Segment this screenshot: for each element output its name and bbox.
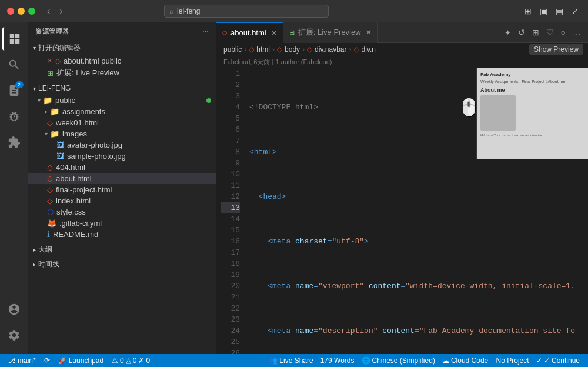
tab-close-icon[interactable]: ✕ [271,29,277,36]
breadcrumb-toggle[interactable]: ♡ [544,26,556,38]
tree-images[interactable]: ▾ 📁 images [28,128,216,139]
more-actions-icon[interactable]: ⊞ [530,26,542,38]
breadcrumb-divn[interactable]: div.n [362,45,376,54]
activity-explorer[interactable] [2,27,26,51]
activity-bar: 2 [0,22,28,354]
tab-live-preview[interactable]: ⊞ 扩展: Live Preview ✕ [283,22,378,43]
tab-about-html[interactable]: ◇ about.html ✕ [216,22,283,43]
tree-assignments[interactable]: ▸ 📁 assignments [28,106,216,117]
status-errors[interactable]: ⚠ 0 △ 0 ✗ 0 [108,354,153,367]
readme-icon: ℹ [47,230,50,239]
tree-avatar[interactable]: 🖼 avatar-photo.jpg [28,139,216,151]
author-text: Fabcloud, 6天前 | 1 author (Fabcloud) [223,58,332,65]
images-folder-icon: 📁 [50,129,59,138]
breadcrumb-navbar[interactable]: div.navbar [315,45,346,54]
panel-toggle[interactable]: ▤ [553,5,566,17]
maximize-button[interactable] [28,8,35,15]
tree-public[interactable]: ▾ 📁 public [28,95,216,106]
tree-about[interactable]: ◇ about.html [28,173,216,184]
tree-sample[interactable]: 🖼 sample-photo.jpg [28,151,216,162]
layout-icon[interactable]: ⊞ [522,5,534,17]
triangle-icon: △ [126,356,131,365]
show-preview-button[interactable]: Show Preview [529,44,583,55]
open-editors-title[interactable]: ▾ 打开的编辑器 [28,41,216,55]
outline-section[interactable]: ▸ 大纲 [28,242,216,257]
search-input[interactable]: lei-feng [177,7,323,15]
breadcrumb-public[interactable]: public [223,45,242,54]
lint-label: 0 [146,356,150,365]
activity-search[interactable] [2,53,26,76]
about-icon: ◇ [47,174,53,183]
activity-settings[interactable] [2,323,26,347]
tree-index[interactable]: ◇ index.html [28,195,216,206]
open-editors-section: ▾ 打开的编辑器 ✕ ◇ about.html public ⊞ 扩展: Liv… [28,41,216,79]
forward-button[interactable]: › [57,5,65,18]
gitlab-icon: 🦊 [47,219,56,228]
editor-more[interactable]: … [570,26,583,38]
status-launchpad[interactable]: 🚀 Launchpad [55,354,107,367]
author-info: Fabcloud, 6天前 | 1 author (Fabcloud) [216,56,588,68]
code-editor[interactable]: 12345 678910 1112131415 1617181920 21222… [216,68,588,354]
breadcrumb-body[interactable]: body [285,45,300,54]
status-branch[interactable]: ⎇ main* [5,354,39,367]
tab-preview-close-icon[interactable]: ✕ [366,29,372,36]
back-button[interactable]: ‹ [45,5,52,18]
chevron-icon: ▾ [33,85,36,92]
cloud-code-label: Cloud Code – No Project [451,356,529,365]
index-label: index.html [56,196,91,205]
open-editors-label: 打开的编辑器 [38,43,81,53]
view-options[interactable]: ○ [559,26,568,38]
status-language[interactable]: 🌐 Chinese (Simplified) [358,354,439,367]
project-title[interactable]: ▾ LEI-FENG [28,82,216,95]
split-editor-icon[interactable]: ✦ [502,27,513,38]
close-icon[interactable]: ✕ [47,57,52,65]
sidebar: 资源管理器 ··· ▾ 打开的编辑器 ✕ ◇ about.html public… [28,22,216,354]
activity-debug[interactable] [2,105,26,128]
status-cloud-code[interactable]: ☁ Cloud Code – No Project [439,354,533,367]
tree-final[interactable]: ◇ final-project.html [28,184,216,195]
tree-404[interactable]: ◇ 404.html [28,162,216,173]
tab-preview-label: 扩展: Live Preview [298,27,361,38]
open-editor-about[interactable]: ✕ ◇ about.html public [28,55,216,66]
status-sync[interactable]: ⟳ [41,354,54,367]
title-bar-right: ⊞ ▣ ▤ ⤢ [522,5,581,17]
sidebar-title: 资源管理器 [35,27,69,36]
tree-gitlab[interactable]: 🦊 .gitlab-ci.yml [28,218,216,229]
breadcrumb-body-icon: ◇ [277,45,282,54]
revert-icon[interactable]: ↺ [516,26,527,38]
activity-extensions[interactable] [2,131,26,154]
git-branch-icon: ⎇ [8,357,16,365]
status-right: 👥 Live Share 179 Words 🌐 Chinese (Simpli… [265,354,583,367]
traffic-lights [7,8,35,15]
readme-label: README.md [53,230,98,239]
search-bar[interactable]: ⌕ lei-feng [164,5,329,18]
title-bar: ‹ › ⌕ lei-feng ⊞ ▣ ▤ ⤢ [0,0,588,22]
tree-readme[interactable]: ℹ README.md [28,229,216,240]
breadcrumb-html[interactable]: html [256,45,270,54]
tree-style[interactable]: ⬡ style.css [28,206,216,218]
project-name: LEI-FENG [38,84,71,92]
open-editor-preview[interactable]: ⊞ 扩展: Live Preview [28,66,216,79]
status-word-count[interactable]: 179 Words [317,354,358,367]
language-icon: 🌐 [362,356,370,365]
activity-account[interactable] [2,298,26,321]
timeline-section[interactable]: ▸ 时间线 [28,257,216,272]
language-label: Chinese (Simplified) [372,356,435,365]
fullscreen-icon[interactable]: ⤢ [569,5,581,17]
images-label: images [62,129,87,138]
status-live-share[interactable]: 👥 Live Share [265,354,316,367]
tree-week01[interactable]: ◇ week01.html [28,117,216,128]
tab-html-icon: ◇ [222,29,227,36]
code-line-4: <meta charset="utf-8"> [249,236,588,247]
check-icon: ✓ [536,356,542,365]
html-file-icon: ◇ [55,56,61,65]
minimize-button[interactable] [18,8,25,15]
activity-git[interactable]: 2 [2,79,26,102]
main-area: 2 资源管理器 [0,22,588,354]
more-icon[interactable]: ··· [202,28,209,35]
week01-icon: ◇ [47,118,53,127]
close-button[interactable] [7,8,14,15]
sidebar-toggle[interactable]: ▣ [537,5,550,17]
status-bar: ⎇ main* ⟳ 🚀 Launchpad ⚠ 0 △ 0 ✗ 0 👥 Live… [0,354,588,367]
status-continue[interactable]: ✓ ✓ Continue [533,354,583,367]
